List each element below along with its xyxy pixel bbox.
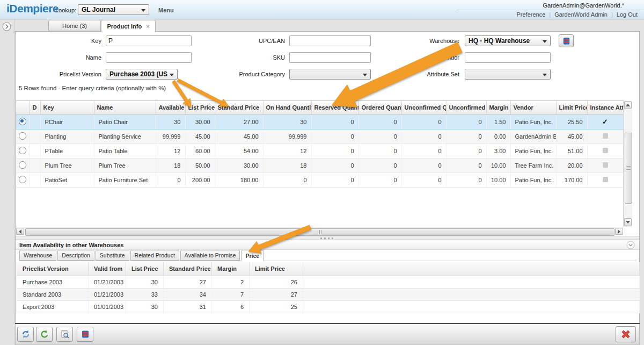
menu-button[interactable]: Menu	[158, 7, 174, 13]
price-cell: 33	[126, 288, 164, 300]
upc-input[interactable]	[289, 35, 371, 46]
column-header[interactable]: Available	[156, 101, 185, 114]
row-select-radio[interactable]	[19, 132, 26, 140]
cancel-button[interactable]	[616, 326, 636, 342]
row-select-radio[interactable]	[19, 118, 26, 125]
column-header[interactable]: Unconfirmed Mo	[446, 101, 486, 114]
right-strip	[640, 19, 644, 345]
table-row[interactable]: Export 200301/01/20033031625	[17, 300, 640, 313]
cell-ordered: 0	[358, 143, 401, 158]
cell-ordered: 0	[358, 114, 401, 129]
availability-tab-substitute[interactable]: Substitute	[96, 250, 129, 261]
column-header[interactable]: Standard Price	[215, 101, 263, 114]
row-select-radio[interactable]	[19, 147, 26, 154]
pricelist-version-value: Purchase 2003 (USD)	[109, 70, 167, 78]
vertical-scrollbar[interactable]	[623, 100, 632, 227]
column-header[interactable]: D	[30, 101, 40, 114]
column-header[interactable]: Key	[40, 101, 94, 114]
horizontal-scrollbar[interactable]	[16, 227, 623, 235]
column-header[interactable]: Instance Attrib	[587, 101, 623, 114]
table-row[interactable]: PChairPatio Chair3030.0027.003000001.50P…	[16, 114, 623, 129]
arrow-left-icon	[19, 229, 21, 234]
cell-reserved: 0	[311, 143, 358, 158]
reset-button[interactable]	[36, 327, 53, 342]
table-row[interactable]: Plum TreePlum Tree1850.0030.0018000010.0…	[16, 158, 623, 172]
table-row[interactable]: PTablePatio Table1260.0054.001200003.00P…	[16, 143, 623, 158]
lookup-combobox[interactable]: GL Journal	[78, 4, 149, 15]
availability-tab-warehouse[interactable]: Warehouse	[19, 250, 56, 261]
zoom-button[interactable]	[56, 327, 73, 342]
discontinued-cell	[30, 172, 40, 187]
cell-limit_price: 45.00	[556, 129, 587, 143]
header-link[interactable]: Preference	[514, 11, 547, 18]
column-header[interactable]: Pricelist Version	[17, 262, 89, 276]
product-icon	[562, 37, 571, 46]
tab-home[interactable]: Home (3)	[48, 20, 101, 31]
column-header[interactable]: Limit Price	[250, 262, 303, 276]
pricelist-version-select[interactable]: Purchase 2003 (USD)	[106, 69, 178, 80]
cell-available: 99,999	[156, 129, 185, 143]
column-header[interactable]	[16, 101, 30, 114]
refresh-button[interactable]	[17, 327, 34, 342]
column-header[interactable]: List Price	[126, 262, 164, 276]
table-row[interactable]: Standard 200301/21/20033334727	[17, 288, 640, 300]
expand-sidebar-button[interactable]	[2, 22, 11, 31]
column-header[interactable]: Margin	[212, 262, 250, 276]
key-input[interactable]	[106, 35, 192, 46]
column-header[interactable]: Valid from	[89, 262, 126, 276]
header-link[interactable]: Log Out	[614, 11, 640, 18]
column-header[interactable]: On Hand Quantity	[263, 101, 311, 114]
cell-unconfirmed_qty: 0	[401, 158, 446, 172]
availability-panel-header: Item Availability in other Warehouses	[16, 240, 639, 250]
availability-tab-price[interactable]: Price	[241, 250, 264, 261]
price-header-row: Pricelist VersionValid fromList PriceSta…	[17, 262, 640, 276]
column-header[interactable]: Unconfirmed Qty	[401, 101, 446, 114]
column-header[interactable]: Standard Price	[164, 262, 212, 276]
row-select-radio[interactable]	[19, 176, 26, 183]
top-header: iDempiere Lookup: GL Journal Menu Garden…	[0, 0, 644, 19]
product-category-select[interactable]	[289, 69, 371, 80]
close-tab-icon[interactable]: ×	[146, 23, 149, 30]
column-header[interactable]: Margin	[486, 101, 510, 114]
left-sidebar-strip	[0, 19, 15, 345]
row-select-radio[interactable]	[19, 161, 26, 169]
warehouse-select[interactable]: HQ - HQ Warehouse	[465, 35, 551, 46]
product-button[interactable]	[77, 327, 93, 342]
column-header[interactable]: Ordered Quantity	[358, 101, 401, 114]
scroll-up-button[interactable]	[624, 101, 632, 109]
vendor-input[interactable]	[465, 52, 551, 63]
column-header[interactable]: Limit Price	[556, 101, 587, 114]
bottom-toolbar	[15, 324, 640, 345]
tab-product-info[interactable]: Product Info ×	[101, 20, 156, 32]
vertical-scroll-thumb[interactable]	[625, 133, 632, 204]
column-header[interactable]: Name	[94, 101, 156, 114]
scroll-left-button[interactable]	[16, 228, 24, 235]
scroll-right-button[interactable]	[615, 228, 623, 235]
table-row[interactable]: Purchase 200301/21/20033027226	[17, 276, 640, 288]
column-header[interactable]: List Price	[185, 101, 215, 114]
column-header[interactable]: Vendor	[510, 101, 556, 114]
price-cell: 01/21/2003	[89, 288, 126, 300]
availability-tab-related-product[interactable]: Related Product	[130, 250, 179, 261]
attribute-set-select[interactable]	[465, 69, 551, 80]
table-row[interactable]: PatioSetPatio Furniture Set0200.00180.00…	[16, 172, 623, 187]
scroll-down-button[interactable]	[624, 218, 632, 226]
cell-key: PTable	[40, 143, 94, 158]
table-row[interactable]: PlantingPlanting Service99,99945.0045.00…	[16, 129, 623, 143]
cell-unconfirmed_qty: 0	[401, 114, 446, 129]
sku-input[interactable]	[289, 52, 371, 63]
cell-ordered: 0	[358, 129, 401, 143]
availability-tab-description[interactable]: Description	[57, 250, 94, 261]
name-input[interactable]	[106, 52, 192, 63]
product-attribute-button[interactable]	[559, 34, 574, 47]
collapse-panel-button[interactable]	[626, 241, 635, 249]
availability-tab-available-to-promise[interactable]: Available to Promise	[180, 250, 240, 261]
column-header[interactable]: Reserved Quantit	[311, 101, 358, 114]
price-cell: 7	[212, 288, 250, 300]
thumb-grip-icon	[318, 230, 323, 234]
header-link[interactable]: GardenWorld Admin	[552, 11, 610, 18]
panel-splitter[interactable]	[16, 236, 639, 240]
horizontal-scroll-thumb[interactable]	[25, 228, 614, 236]
price-cell: 27	[164, 276, 212, 288]
key-label: Key	[37, 38, 101, 44]
